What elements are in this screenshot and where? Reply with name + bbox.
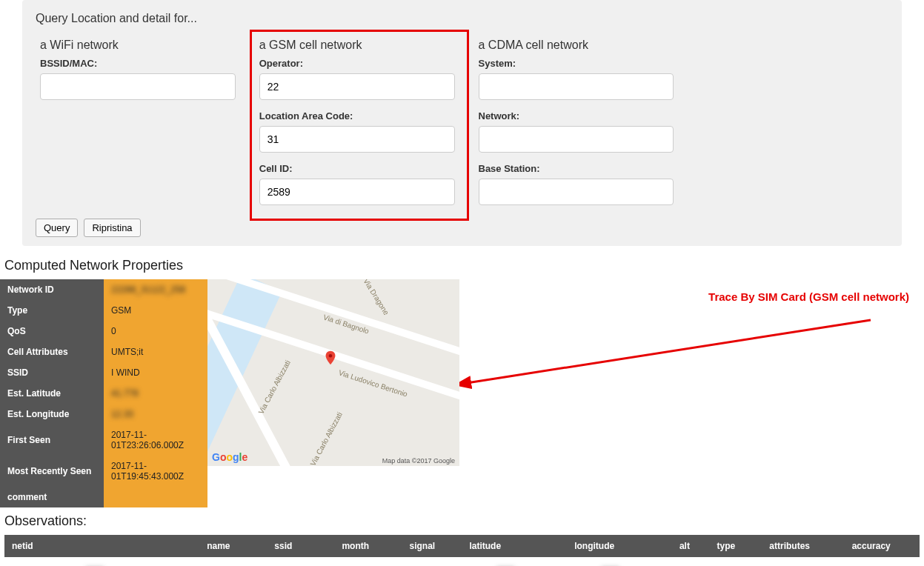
lac-label: Location Area Code: — [259, 110, 455, 121]
system-label: System: — [479, 58, 674, 69]
svg-line-1 — [467, 320, 871, 383]
props-key: Est. Latitude — [0, 383, 104, 404]
props-row: Est. Longitude12.33 — [0, 404, 207, 424]
props-value: GSM — [104, 300, 207, 321]
gsm-column: a GSM cell network Operator: Location Ar… — [255, 36, 459, 219]
props-key: QoS — [0, 321, 104, 342]
props-key: Most Recently Seen — [0, 456, 104, 487]
operator-label: Operator: — [259, 58, 455, 69]
network-input[interactable] — [479, 126, 674, 153]
obs-col-latitude: latitude — [462, 535, 567, 557]
props-value: 0 — [104, 321, 207, 342]
table-row: 22288_31122_258xxxxI WIND2017-11-7941.77… — [4, 557, 920, 566]
obs-col-alt: alt — [672, 535, 710, 557]
obs-col-netid: netid — [4, 535, 199, 557]
props-key: Type — [0, 300, 104, 321]
network-label: Network: — [479, 110, 674, 121]
map-attribution: Map data ©2017 Google — [382, 457, 455, 465]
obs-cell-netid: 22288_31122_258xxxx — [4, 557, 199, 566]
obs-col-longitude: longitude — [567, 535, 672, 557]
props-key: comment — [0, 487, 104, 507]
obs-col-name: name — [199, 535, 267, 557]
obs-cell-latitude: 41.778xxxx — [462, 557, 567, 566]
props-value: UMTS;it — [104, 342, 207, 362]
annotation-arrow-icon — [459, 316, 889, 405]
props-row: First Seen2017-11-01T23:26:06.000Z — [0, 424, 207, 456]
obs-cell-attributes: UMTS;it — [762, 557, 844, 566]
props-value: I WIND — [104, 362, 207, 383]
obs-cell-longitude: 12.335xxxx — [567, 557, 672, 566]
obs-header-row: netidnamessidmonthsignallatitudelongitud… — [4, 535, 920, 557]
spacer-column — [693, 36, 888, 219]
reset-button[interactable]: Ripristina — [84, 219, 140, 237]
cellid-input[interactable] — [259, 179, 455, 205]
map-road-label-1: Via Dragone — [362, 279, 390, 316]
panel-title: Query Location and detail for... — [36, 12, 888, 25]
props-value: 41.778 — [104, 383, 207, 404]
system-input[interactable] — [479, 73, 674, 100]
props-value: 2017-11-01T19:45:43.000Z — [104, 456, 207, 487]
obs-cell-signal: -79 — [402, 557, 462, 566]
props-row: SSIDI WIND — [0, 362, 207, 383]
obs-cell-name — [199, 557, 267, 566]
obs-cell-alt: 0 — [672, 557, 710, 566]
wifi-column: a WiFi network BSSID/MAC: — [36, 36, 240, 219]
props-key: Cell Attributes — [0, 342, 104, 362]
props-key: Est. Longitude — [0, 404, 104, 424]
props-key: SSID — [0, 362, 104, 383]
obs-cell-type — [709, 557, 762, 566]
google-logo: Google — [212, 451, 247, 463]
svg-point-0 — [329, 354, 333, 358]
query-panel: Query Location and detail for... a WiFi … — [22, 0, 902, 246]
observations-table: netidnamessidmonthsignallatitudelongitud… — [4, 535, 920, 566]
cellid-label: Cell ID: — [259, 163, 455, 174]
observations-heading: Observations: — [4, 513, 924, 529]
obs-col-ssid: ssid — [267, 535, 334, 557]
props-row: comment — [0, 487, 207, 507]
props-heading: Computed Network Properties — [4, 258, 924, 273]
obs-cell-ssid: I WIND — [267, 557, 334, 566]
props-row: TypeGSM — [0, 300, 207, 321]
button-row: Query Ripristina — [36, 219, 888, 237]
lac-input[interactable] — [259, 126, 455, 153]
props-value: 12.33 — [104, 404, 207, 424]
obs-col-type: type — [709, 535, 762, 557]
props-row: Network ID22288_31122_258 — [0, 279, 207, 300]
obs-col-month: month — [334, 535, 402, 557]
operator-input[interactable] — [259, 73, 455, 100]
map-road-label-3: Via Carlo Albizzati — [256, 359, 291, 415]
props-key: First Seen — [0, 424, 104, 456]
props-key: Network ID — [0, 279, 104, 300]
map[interactable]: Via Dragone Via di Bagnolo Via Carlo Alb… — [207, 279, 459, 466]
props-table: Network ID22288_31122_258TypeGSMQoS0Cell… — [0, 279, 207, 507]
cdma-column: a CDMA cell network System: Network: Bas… — [474, 36, 679, 219]
props-value: 22288_31122_258 — [104, 279, 207, 300]
obs-col-accuracy: accuracy — [845, 535, 920, 557]
obs-cell-accuracy: 19.112 — [845, 557, 920, 566]
props-row: Cell AttributesUMTS;it — [0, 342, 207, 362]
obs-col-signal: signal — [402, 535, 462, 557]
bssid-label: BSSID/MAC: — [40, 58, 236, 69]
props-row: Est. Latitude41.778 — [0, 383, 207, 404]
wifi-heading: a WiFi network — [40, 39, 236, 52]
basestation-input[interactable] — [479, 179, 674, 205]
basestation-label: Base Station: — [479, 163, 674, 174]
obs-cell-month: 2017-11 — [334, 557, 402, 566]
query-button[interactable]: Query — [36, 219, 78, 237]
annotation-text: Trace By SIM Card (GSM cell network) — [708, 290, 909, 303]
gsm-heading: a GSM cell network — [259, 39, 455, 52]
form-columns: a WiFi network BSSID/MAC: a GSM cell net… — [36, 36, 888, 219]
props-row: QoS0 — [0, 321, 207, 342]
bssid-input[interactable] — [40, 73, 236, 100]
cdma-heading: a CDMA cell network — [479, 39, 674, 52]
obs-col-attributes: attributes — [762, 535, 844, 557]
props-map-row: Network ID22288_31122_258TypeGSMQoS0Cell… — [0, 279, 924, 507]
map-pin-icon — [322, 350, 339, 366]
props-value — [104, 487, 207, 507]
props-row: Most Recently Seen2017-11-01T19:45:43.00… — [0, 456, 207, 487]
map-road-label-4: Via Carlo Albizzati — [308, 410, 343, 466]
props-value: 2017-11-01T23:26:06.000Z — [104, 424, 207, 456]
